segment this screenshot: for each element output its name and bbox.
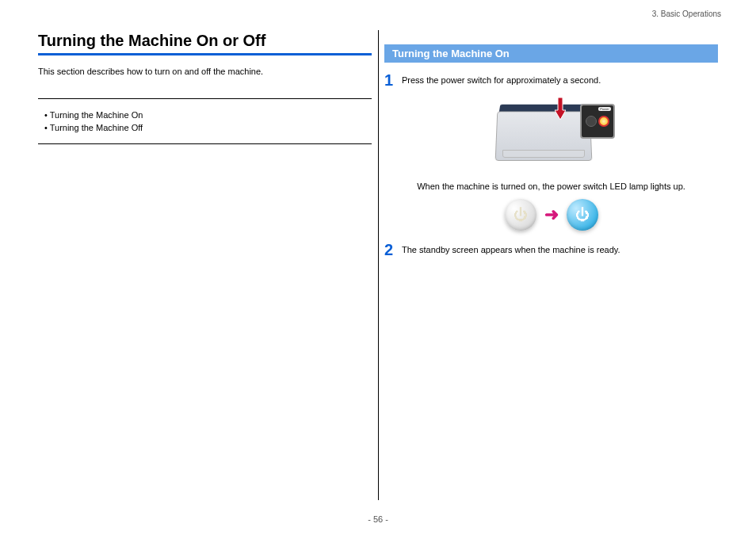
callout-arrow-icon <box>555 97 566 120</box>
figure-note: When the machine is turned on, the power… <box>384 182 718 191</box>
printer-control-panel: Power <box>580 104 615 139</box>
left-column: Turning the Machine On or Off This secti… <box>32 16 378 503</box>
power-button-off-icon <box>586 116 597 127</box>
step-2: 2 The standby screen appears when the ma… <box>384 242 718 258</box>
power-led-on-icon: ⏻ <box>567 199 598 231</box>
toc-item[interactable]: Turning the Machine On <box>44 110 372 120</box>
power-led-off-icon: ⏻ <box>505 199 536 231</box>
page: 3. Basic Operations Turning the Machine … <box>0 0 756 535</box>
toc-item[interactable]: Turning the Machine Off <box>44 123 372 132</box>
step-text: Press the power switch for approximately… <box>402 72 601 85</box>
toc-bottom-rule <box>38 143 372 144</box>
printer-illustration: Power <box>488 97 615 169</box>
power-glyph-icon: ⏻ <box>575 207 590 224</box>
step-1: 1 Press the power switch for approximate… <box>384 72 718 88</box>
step-text: The standby screen appears when the mach… <box>402 242 620 254</box>
right-column: Turning the Machine On 1 Press the power… <box>378 16 724 503</box>
led-transition-figure: ⏻ ➜ ⏻ <box>384 199 718 231</box>
step-number: 2 <box>384 242 402 258</box>
power-button-highlight-icon <box>598 116 609 127</box>
arrow-right-icon: ➜ <box>544 204 559 225</box>
step-number: 1 <box>384 72 402 88</box>
power-glyph-icon: ⏻ <box>514 207 528 224</box>
panel-label: Power <box>598 107 610 111</box>
intro-text: This section describes how to turn on an… <box>38 67 372 76</box>
section-heading: Turning the Machine On <box>384 44 718 63</box>
toc-list: Turning the Machine On Turning the Machi… <box>38 99 372 143</box>
title-rule <box>38 53 372 55</box>
printer-tray <box>502 150 585 158</box>
page-number: - 56 - <box>0 514 756 524</box>
page-title: Turning the Machine On or Off <box>38 32 372 50</box>
printer-figure: Power <box>384 97 718 169</box>
